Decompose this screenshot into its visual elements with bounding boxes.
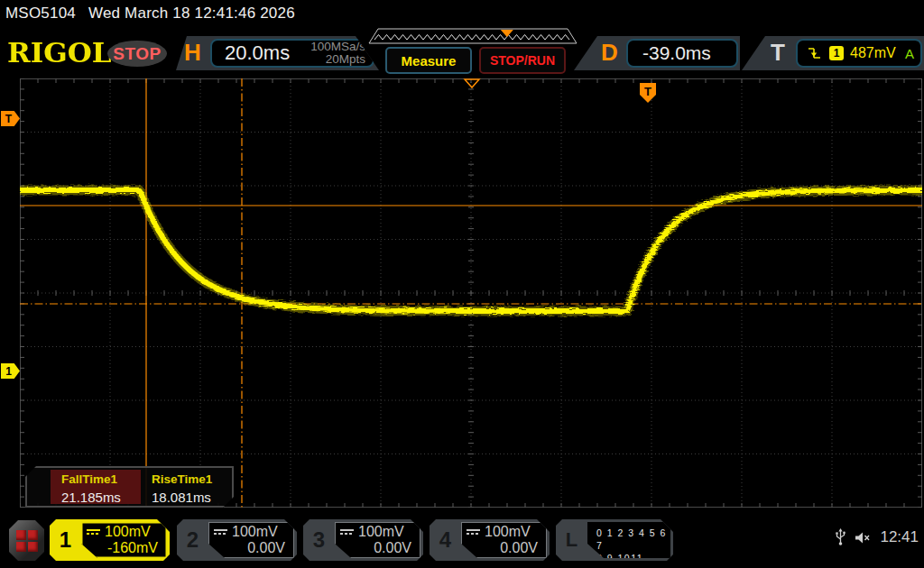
trigger-mode: A bbox=[905, 46, 914, 61]
channel-values: 100mV 0.00V bbox=[461, 522, 547, 558]
clock: 12:41 bbox=[880, 528, 919, 546]
acquisition-state-badge: STOP bbox=[107, 41, 167, 67]
trigger-label: T bbox=[771, 39, 785, 67]
channel-2-button[interactable]: 2 100mV 0.00V bbox=[177, 519, 297, 561]
usb-icon bbox=[835, 528, 846, 546]
trigger-panel[interactable]: T 1 487mV A bbox=[742, 36, 924, 70]
trigger-level-value: 487mV bbox=[850, 45, 896, 61]
channel-number: 2 bbox=[177, 519, 208, 561]
dc-coupling-icon bbox=[467, 529, 480, 535]
measure-button[interactable]: Measure bbox=[385, 47, 472, 74]
channel-1-button[interactable]: 1 100mV -160mV bbox=[50, 519, 170, 561]
trigger-values: 1 487mV A bbox=[796, 39, 922, 68]
sample-rate: 100MSa/s bbox=[310, 40, 365, 53]
menu-button[interactable] bbox=[9, 520, 44, 561]
delay-values: -39.0ms bbox=[626, 39, 738, 68]
model-name: MSO5104 bbox=[5, 5, 76, 22]
channel-values: 100mV 0.00V bbox=[208, 522, 294, 558]
sample-rate-and-depth: 100MSa/s 20Mpts bbox=[310, 41, 365, 66]
graticule: T bbox=[20, 78, 922, 508]
channel-3-button[interactable]: 3 100mV 0.00V bbox=[303, 519, 423, 561]
timebase-value: 20.0ms bbox=[225, 41, 290, 65]
trigger-level-marker[interactable]: T bbox=[1, 111, 20, 126]
rigol-logo: RIGOL bbox=[7, 38, 112, 69]
channel-offset: 0.00V bbox=[214, 540, 289, 556]
trigger-source-badge: 1 bbox=[829, 46, 844, 60]
horizontal-label: H bbox=[184, 39, 201, 67]
channel-number: 4 bbox=[430, 519, 461, 561]
channel-scale: 100mV bbox=[358, 524, 404, 540]
dc-coupling-icon bbox=[87, 529, 100, 535]
menu-grid-icon bbox=[16, 530, 38, 552]
memory-depth: 20Mpts bbox=[326, 52, 365, 66]
oscilloscope-screen: MSO5104Wed March 18 12:41:46 2026 RIGOL … bbox=[0, 0, 924, 568]
logic-channels: 0 1 2 3 4 5 6 7 8 9 1011 12131415 bbox=[587, 522, 670, 558]
measurement-name: RiseTime1 bbox=[152, 472, 231, 486]
channel-scale: 100mV bbox=[485, 524, 531, 540]
channel-scale: 100mV bbox=[232, 524, 278, 540]
measurement-value: 21.185ms bbox=[61, 490, 141, 505]
measurement-name: FallTime1 bbox=[61, 472, 141, 486]
datetime: Wed March 18 12:41:46 2026 bbox=[88, 5, 295, 22]
speaker-muted-icon bbox=[855, 530, 872, 545]
channel-offset: 0.00V bbox=[340, 540, 415, 556]
falling-edge-icon bbox=[806, 46, 822, 61]
horizontal-values: 20.0ms 100MSa/s 20Mpts bbox=[210, 39, 374, 68]
measurement-falltime[interactable]: FallTime1 21.185ms bbox=[51, 470, 141, 504]
horizontal-panel[interactable]: H 20.0ms 100MSa/s 20Mpts bbox=[176, 36, 379, 70]
waveform-overview-strip[interactable] bbox=[365, 28, 580, 45]
channel-values: 100mV -160mV bbox=[81, 522, 167, 558]
logic-analyzer-button[interactable]: L 0 1 2 3 4 5 6 7 8 9 1011 12131415 bbox=[556, 519, 673, 561]
channel-scale: 100mV bbox=[105, 524, 151, 540]
channel-number: 3 bbox=[303, 519, 335, 561]
channel1-ground-marker[interactable]: 1 bbox=[1, 363, 20, 379]
delay-panel[interactable]: D -39.0ms bbox=[574, 36, 740, 70]
stop-run-button[interactable]: STOP/RUN bbox=[479, 47, 566, 74]
measurement-risetime[interactable]: RiseTime1 18.081ms bbox=[141, 470, 231, 504]
logic-row-1: 0 1 2 3 4 5 6 7 bbox=[596, 527, 670, 552]
logic-row-2: 8 9 1011 12131415 bbox=[596, 552, 670, 568]
measurement-results-box: FallTime1 21.185ms RiseTime1 18.081ms bbox=[25, 466, 234, 508]
delay-value: -39.0ms bbox=[642, 42, 711, 64]
status-area: 12:41 bbox=[835, 528, 919, 546]
measurement-value: 18.081ms bbox=[152, 490, 231, 505]
channel-offset: -160mV bbox=[87, 540, 162, 556]
channel-offset: 0.00V bbox=[467, 540, 541, 556]
channel-4-button[interactable]: 4 100mV 0.00V bbox=[430, 519, 550, 561]
channel-number: 1 bbox=[50, 519, 81, 561]
titlebar: MSO5104Wed March 18 12:41:46 2026 bbox=[5, 5, 308, 23]
dc-coupling-icon bbox=[340, 529, 354, 535]
channel-values: 100mV 0.00V bbox=[335, 522, 420, 558]
logic-label: L bbox=[556, 519, 587, 561]
svg-text:T: T bbox=[644, 85, 651, 98]
dc-coupling-icon bbox=[214, 529, 227, 535]
delay-label: D bbox=[601, 39, 618, 67]
